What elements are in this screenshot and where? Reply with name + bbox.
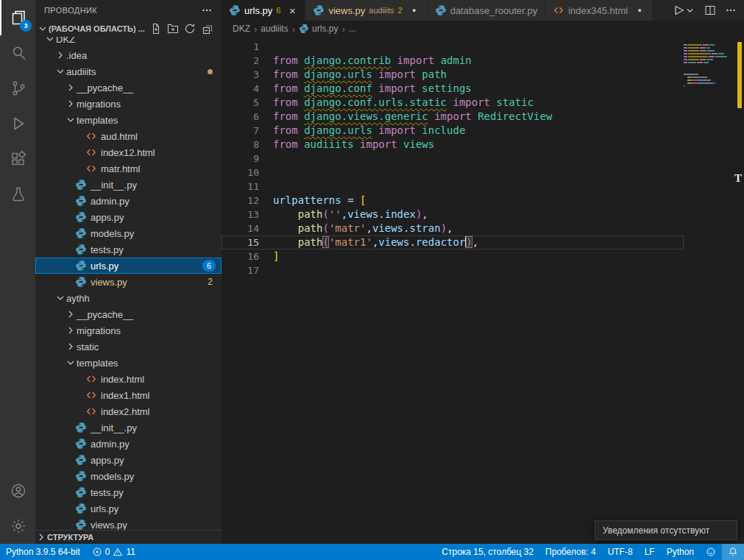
tree-item-__pycache__[interactable]: __pycache__ xyxy=(35,79,222,96)
tree-item-views.py[interactable]: views.py xyxy=(35,517,222,531)
status-item-label: UTF-8 xyxy=(608,547,633,557)
code-text: from audiiits import views xyxy=(259,138,434,152)
feedback-item[interactable] xyxy=(700,544,722,560)
problems-item[interactable]: 011 xyxy=(86,544,141,560)
tab-index345.html[interactable]: index345.html● xyxy=(545,0,653,21)
tab-database_roouter.py[interactable]: database_roouter.py xyxy=(428,0,546,21)
tree-item-index1.html[interactable]: index1.html xyxy=(35,387,222,403)
tree-item-urls.py[interactable]: urls.py6 xyxy=(35,258,222,274)
tree-item-admin.py[interactable]: admin.py xyxy=(35,436,222,452)
chevron-right-icon xyxy=(65,82,77,93)
tree-item-tests.py[interactable]: tests.py xyxy=(35,484,222,500)
activity-run-and-debug[interactable] xyxy=(0,106,35,141)
activity-explorer[interactable]: 3 xyxy=(0,0,35,35)
tree-item-DKZ[interactable]: DKZ xyxy=(35,37,222,47)
notifications-bell-item[interactable] xyxy=(722,544,744,560)
cursor-position-item[interactable]: Строка 15, столбец 32 xyxy=(436,544,539,560)
breadcrumb-item[interactable]: DKZ xyxy=(233,24,250,34)
code-line: 10 xyxy=(222,166,684,180)
notification-toast[interactable]: Уведомления отсутствуют xyxy=(595,520,737,540)
run-python-file-button[interactable] xyxy=(673,4,695,16)
tree-item-migrations[interactable]: migrations xyxy=(35,322,222,339)
collapse-folders-button[interactable] xyxy=(201,23,213,35)
workspace-actions xyxy=(150,23,220,35)
tree-item-index2.html[interactable]: index2.html xyxy=(35,403,222,419)
encoding-item[interactable]: UTF-8 xyxy=(602,544,639,560)
activity-testing[interactable] xyxy=(0,177,35,212)
breadcrumb-item[interactable]: urls.py xyxy=(299,24,338,34)
editor-actions xyxy=(666,0,744,21)
activity-search[interactable] xyxy=(0,35,35,71)
workspace-section-header[interactable]: (РАБОЧАЯ ОБЛАСТЬ) ... xyxy=(35,21,222,37)
tree-item-migrations[interactable]: migrations xyxy=(35,96,222,112)
breadcrumb-item[interactable]: ... xyxy=(349,24,356,34)
activity-source-control[interactable] xyxy=(0,71,35,106)
code-line: 14 path('matr',views.stran), xyxy=(222,221,684,235)
tree-item-audiiits[interactable]: audiiits xyxy=(35,63,222,79)
tree-item-views.py[interactable]: views.py2 xyxy=(35,274,222,290)
tree-item-index.html[interactable]: index.html xyxy=(35,371,222,387)
refresh-explorer-button[interactable] xyxy=(184,23,196,35)
close-icon[interactable]: × xyxy=(287,4,297,17)
sidebar-header: ПРОВОДНИК xyxy=(35,0,222,21)
activity-accounts[interactable] xyxy=(0,473,35,508)
tree-item-models.py[interactable]: models.py xyxy=(35,468,222,484)
tree-item-__init__.py[interactable]: __init__.py xyxy=(35,419,222,436)
minimap-line xyxy=(684,68,734,69)
python-icon xyxy=(75,195,87,207)
tree-item-label: models.py xyxy=(91,471,134,482)
tree-item-tests.py[interactable]: tests.py xyxy=(35,241,222,258)
code-line: 13 path('',views.index), xyxy=(222,208,684,221)
breadcrumb-item[interactable]: audiiits xyxy=(261,24,288,34)
breadcrumb: DKZ›audiiits›urls.py›... xyxy=(222,21,744,37)
new-folder-button[interactable] xyxy=(167,23,179,35)
language-mode-item[interactable]: Python xyxy=(661,544,700,560)
code-editor[interactable]: 12from django.contrib import admin3from … xyxy=(222,40,684,277)
tree-item-apps.py[interactable]: apps.py xyxy=(35,452,222,468)
tree-item-label: __init__.py xyxy=(91,422,137,433)
code-text: path('matr1',views.redactor), xyxy=(259,235,478,249)
split-editor-button[interactable] xyxy=(704,4,716,16)
sidebar-more-actions-icon[interactable] xyxy=(201,4,213,16)
chevron-right-icon xyxy=(65,98,77,110)
activity-extensions[interactable] xyxy=(0,141,35,177)
tree-item-__init__.py[interactable]: __init__.py xyxy=(35,177,222,193)
tree-item-__pycache__[interactable]: __pycache__ xyxy=(35,306,222,322)
tree-item-.idea[interactable]: .idea xyxy=(35,47,222,63)
minimap[interactable] xyxy=(684,41,734,91)
tree-item-urls.py[interactable]: urls.py xyxy=(35,500,222,517)
indentation-item[interactable]: Пробелов: 4 xyxy=(539,544,602,560)
code-line: 9 xyxy=(222,152,684,166)
python-interpreter-item[interactable]: Python 3.9.5 64-bit xyxy=(0,544,86,560)
tree-item-aythh[interactable]: aythh xyxy=(35,290,222,306)
tree-item-matr.html[interactable]: matr.html xyxy=(35,160,222,177)
outline-section-header[interactable]: СТРУКТУРА xyxy=(35,530,222,544)
code-line: 11 xyxy=(222,180,684,194)
python-icon xyxy=(75,454,87,466)
minimap-line xyxy=(684,85,734,87)
tree-item-label: views.py xyxy=(91,520,127,531)
tree-item-apps.py[interactable]: apps.py xyxy=(35,209,222,225)
tree-item-templates[interactable]: templates xyxy=(35,112,222,128)
tab-urls.py[interactable]: urls.py6× xyxy=(222,0,305,21)
tree-item-aud.html[interactable]: aud.html xyxy=(35,128,222,144)
tree-item-static[interactable]: static xyxy=(35,339,222,355)
overview-ruler-warning-marks[interactable] xyxy=(737,42,742,108)
more-actions-button[interactable] xyxy=(725,4,737,16)
code-line: 3from django.urls import path xyxy=(222,68,684,82)
python-icon xyxy=(75,503,87,514)
tree-item-index12.html[interactable]: index12.html xyxy=(35,144,222,160)
tab-views.py[interactable]: views.pyaudiiits2● xyxy=(305,0,427,21)
code-text: from django.urls import include xyxy=(259,124,465,138)
tab-label: index345.html xyxy=(568,5,628,16)
code-text xyxy=(259,166,273,180)
eol-item[interactable]: LF xyxy=(639,544,661,560)
tree-item-admin.py[interactable]: admin.py xyxy=(35,193,222,209)
tree-item-templates[interactable]: templates xyxy=(35,355,222,371)
activity-manage[interactable] xyxy=(0,508,35,544)
tree-item-models.py[interactable]: models.py xyxy=(35,225,222,241)
tree-item-label: index1.html xyxy=(101,390,149,401)
python-icon xyxy=(75,438,87,450)
new-file-button[interactable] xyxy=(150,23,162,35)
overview-t-mark: T xyxy=(734,172,742,185)
